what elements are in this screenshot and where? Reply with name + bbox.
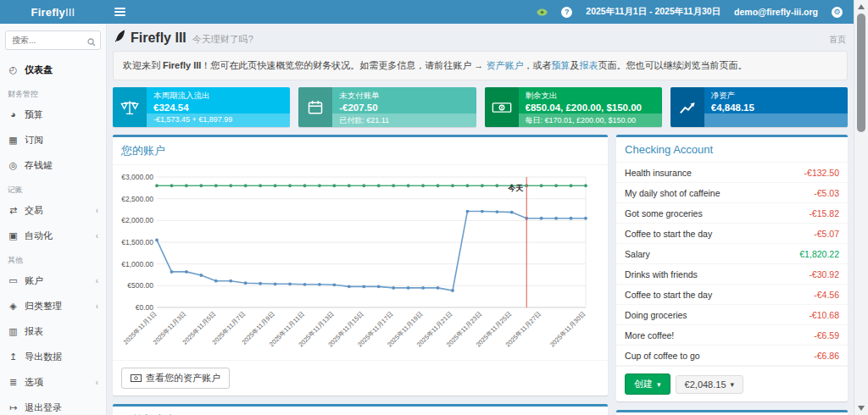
bullseye-icon: ◎ bbox=[8, 160, 19, 171]
infobox-title: 剩余支出 bbox=[526, 91, 655, 102]
help-icon[interactable]: ? bbox=[561, 7, 572, 18]
user-email[interactable]: demo@firefly-iii.org bbox=[734, 7, 818, 17]
infobox-unpaid-bills[interactable]: 未支付账单-€207.50已付款: €21.11 bbox=[298, 87, 476, 127]
infobox-in-out-period[interactable]: 本周期流入流出€324.54-€1,573.45 + €1,897.99 bbox=[113, 87, 290, 127]
accounts-chart-panel: 您的账户 €0.00€500.00€1,000.00€1,500.00€2,00… bbox=[113, 135, 608, 396]
chip-icon: ▣ bbox=[8, 230, 19, 241]
infobox-value: €4,848.15 bbox=[711, 102, 841, 113]
sidebar-item-label: 仪表盘 bbox=[25, 64, 53, 76]
svg-text:€0.00: €0.00 bbox=[136, 303, 154, 312]
transaction-row[interactable]: Drinks with friends-€30.92 bbox=[616, 264, 848, 285]
infobox-row: 本周期流入流出€324.54-€1,573.45 + €1,897.99未支付账… bbox=[113, 87, 848, 127]
eye-icon[interactable] bbox=[537, 8, 548, 16]
scroll-down-arrow-icon[interactable] bbox=[858, 406, 865, 411]
account-balance-dropdown[interactable]: €2,048.15 ▾ bbox=[676, 375, 743, 394]
sidebar-item-classification[interactable]: ◈归类整理‹ bbox=[0, 293, 106, 318]
sidebar-item-label: 导出数据 bbox=[25, 351, 62, 363]
checking-account-title[interactable]: Checking Account bbox=[616, 137, 848, 163]
budgets-chart-panel: 预算与支出 €300.00 bbox=[113, 404, 608, 415]
transaction-amount: -€4.56 bbox=[814, 290, 839, 300]
page-scrollbar[interactable] bbox=[854, 0, 868, 415]
sidebar-item-subscriptions[interactable]: ▦订阅 bbox=[0, 127, 106, 152]
date-range-selector[interactable]: 2025年11月1日 - 2025年11月30日 bbox=[586, 6, 721, 18]
app-brand[interactable]: FireflyIII bbox=[0, 6, 106, 19]
checking-transactions-list: Health insurance-€132.50My daily shot of… bbox=[616, 163, 848, 366]
infobox-value: -€207.50 bbox=[339, 102, 469, 113]
brand-bold: Firefly bbox=[31, 6, 65, 19]
scrollbar-thumb[interactable] bbox=[857, 14, 865, 132]
transaction-row[interactable]: Got some groceries-€15.82 bbox=[616, 203, 848, 224]
sidebar-section-header: 其他 bbox=[0, 248, 106, 268]
transaction-row[interactable]: Coffee to start the day-€4.56 bbox=[616, 285, 848, 305]
scroll-up-arrow-icon[interactable] bbox=[858, 4, 865, 9]
transaction-row[interactable]: More coffee!-€6.59 bbox=[616, 325, 848, 346]
hamburger-menu-icon[interactable] bbox=[114, 6, 125, 18]
transaction-description: Doing groceries bbox=[625, 310, 687, 320]
transaction-row[interactable]: Salary€1,820.22 bbox=[616, 244, 848, 264]
callout-link[interactable]: 报表 bbox=[579, 60, 598, 70]
svg-text:€2,000.00: €2,000.00 bbox=[121, 216, 153, 224]
sidebar-item-logout[interactable]: ↦退出登录 bbox=[0, 395, 106, 415]
upload-icon: ↥ bbox=[8, 351, 19, 362]
infobox-footer bbox=[704, 113, 848, 127]
transaction-amount: -€10.68 bbox=[809, 310, 839, 320]
sidebar-item-accounts[interactable]: ▭账户‹ bbox=[0, 268, 106, 293]
brand-rest: III bbox=[65, 6, 75, 19]
sidebar-section-header: 记账 bbox=[0, 178, 106, 197]
tags-icon: ◈ bbox=[8, 301, 19, 312]
budgets-panel-title: 预算与支出 bbox=[113, 407, 608, 415]
callout-link[interactable]: 资产账户 bbox=[486, 60, 523, 70]
chevron-left-icon: ‹ bbox=[96, 276, 98, 285]
infobox-left-to-spend[interactable]: 剩余支出€850.04, £200.00, $150.00每日: €170.01… bbox=[485, 87, 662, 127]
checking-account-panel: Checking Account Health insurance-€132.5… bbox=[616, 135, 848, 401]
sidebar: ◴仪表盘财务管控◕预算▦订阅◎存钱罐记账⇄交易‹▣自动化‹其他▭账户‹◈归类整理… bbox=[0, 24, 107, 415]
sidebar-item-label: 存钱罐 bbox=[25, 159, 53, 172]
sidebar-item-budgets[interactable]: ◕预算 bbox=[0, 102, 106, 127]
callout-link[interactable]: 预算 bbox=[551, 60, 570, 70]
callout-text: ，或者 bbox=[523, 60, 551, 70]
transaction-row[interactable]: Health insurance-€132.50 bbox=[616, 163, 848, 183]
infobox-net-worth[interactable]: 净资产€4,848.15 bbox=[670, 87, 848, 127]
transaction-row[interactable]: Coffee to start the day-€5.07 bbox=[616, 224, 848, 244]
sidebar-item-automation[interactable]: ▣自动化‹ bbox=[0, 223, 106, 248]
chevron-left-icon: ‹ bbox=[96, 378, 98, 387]
transaction-row[interactable]: My daily shot of caffeine-€5.03 bbox=[616, 183, 848, 203]
page-subtitle: 今天理财了吗? bbox=[192, 33, 253, 46]
transaction-amount: €1,820.22 bbox=[799, 249, 839, 259]
sidebar-item-label: 报表 bbox=[25, 325, 43, 338]
infobox-title: 净资产 bbox=[711, 91, 841, 102]
sidebar-item-transactions[interactable]: ⇄交易‹ bbox=[0, 197, 106, 223]
x-tick-labels: 2025年11月1日2025年11月3日2025年11月5日2025年11月7日… bbox=[122, 310, 587, 348]
transaction-row[interactable]: Doing groceries-€10.68 bbox=[616, 305, 848, 325]
chevron-left-icon: ‹ bbox=[96, 302, 98, 311]
view-asset-accounts-label: 查看您的资产账户 bbox=[146, 372, 220, 385]
transaction-amount: -€15.82 bbox=[809, 208, 839, 219]
sidebar-item-options[interactable]: ≣选项‹ bbox=[0, 369, 106, 395]
bar-chart-icon: ▥ bbox=[8, 326, 19, 337]
accounts-panel-title: 您的账户 bbox=[113, 137, 608, 165]
sidebar-item-reports[interactable]: ▥报表 bbox=[0, 318, 106, 344]
create-button[interactable]: 创建 ▾ bbox=[625, 374, 670, 395]
sidebar-item-label: 选项 bbox=[25, 376, 43, 389]
transaction-row[interactable]: Cup of coffee to go-€6.86 bbox=[616, 346, 848, 366]
svg-text:2025年11月30日: 2025年11月30日 bbox=[548, 310, 587, 348]
breadcrumb[interactable]: 首页 bbox=[829, 34, 846, 46]
chevron-left-icon: ‹ bbox=[96, 231, 98, 241]
svg-text:€1,000.00: €1,000.00 bbox=[121, 260, 153, 268]
credit-card-icon: ▭ bbox=[8, 275, 19, 286]
page-title: Firefly III bbox=[131, 30, 186, 46]
sliders-icon: ≣ bbox=[8, 377, 19, 388]
sidebar-item-export-data[interactable]: ↥导出数据 bbox=[0, 344, 106, 369]
transaction-description: Cup of coffee to go bbox=[625, 351, 700, 361]
sidebar-item-piggy-banks[interactable]: ◎存钱罐 bbox=[0, 152, 106, 178]
view-asset-accounts-button[interactable]: 查看您的资产账户 bbox=[121, 368, 230, 389]
gear-icon[interactable]: ⚙ bbox=[832, 7, 843, 18]
transaction-description: More coffee! bbox=[625, 330, 674, 340]
sidebar-item-dashboard[interactable]: ◴仪表盘 bbox=[0, 57, 106, 82]
sidebar-menu: ◴仪表盘财务管控◕预算▦订阅◎存钱罐记账⇄交易‹▣自动化‹其他▭账户‹◈归类整理… bbox=[0, 57, 106, 415]
transaction-amount: -€6.59 bbox=[814, 330, 839, 340]
transaction-description: My daily shot of caffeine bbox=[625, 188, 720, 198]
money-bill-icon bbox=[485, 87, 519, 127]
sidebar-item-label: 预算 bbox=[25, 108, 43, 121]
infobox-value: €324.54 bbox=[153, 102, 283, 113]
